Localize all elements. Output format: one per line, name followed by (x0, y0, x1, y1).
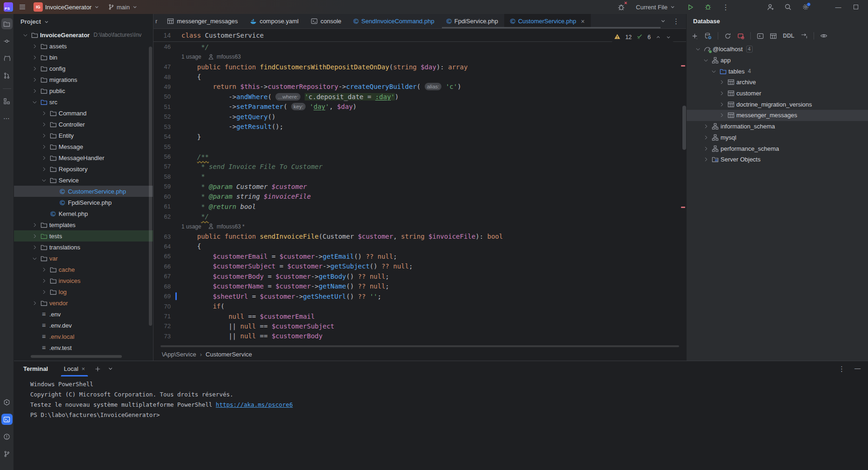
project-tree-item-MessageHandler[interactable]: MessageHandler (14, 152, 153, 163)
tabbar-scrollbar[interactable] (442, 27, 661, 28)
new-item-icon[interactable] (691, 33, 698, 40)
terminal-tab-local[interactable]: Local × (61, 361, 88, 376)
project-tree-item-cache[interactable]: cache (14, 264, 153, 275)
chevron-right-icon[interactable] (30, 233, 39, 239)
project-tree-item--env-dev[interactable]: ≡.env.dev (14, 320, 153, 331)
debugger-listen-icon[interactable] (616, 2, 626, 12)
terminal-link[interactable]: https://aka.ms/pscore6 (216, 401, 293, 408)
project-tree-item-Controller[interactable]: Controller (14, 119, 153, 130)
db-tree-item-messenger_messages[interactable]: messenger_messages (687, 110, 868, 121)
db-tree-item-app[interactable]: app (687, 55, 868, 66)
error-stripe-mark[interactable] (681, 207, 685, 208)
data-source-properties-icon[interactable] (704, 32, 712, 40)
code-vision-hint[interactable]: 1 usagemfouss63 * (154, 222, 686, 231)
tab-console[interactable]: console (305, 14, 347, 28)
hide-terminal-icon[interactable]: — (855, 365, 861, 373)
run-button[interactable] (686, 2, 695, 12)
project-horizontal-scrollbar[interactable] (31, 355, 122, 358)
project-tree-item-log[interactable]: log (14, 286, 153, 297)
ddl-button[interactable]: DDL (783, 33, 795, 39)
chevron-down-icon[interactable] (701, 57, 710, 63)
chevron-down-icon[interactable] (39, 177, 48, 183)
project-tree-item-invoices[interactable]: invoices (14, 275, 153, 286)
version-control-icon[interactable] (1, 448, 13, 459)
search-icon[interactable] (783, 2, 793, 12)
editor-vertical-scrollbar[interactable] (682, 106, 686, 150)
chevron-right-icon[interactable] (39, 166, 48, 172)
project-tree-item-public[interactable]: public (14, 85, 153, 96)
chevron-right-icon[interactable] (39, 289, 48, 295)
chevron-right-icon[interactable] (39, 267, 48, 273)
chevron-right-icon[interactable] (39, 278, 48, 284)
add-user-icon[interactable] (766, 2, 775, 12)
project-tree-item-FpdiService-php[interactable]: ©FpdiService.php (14, 197, 153, 208)
chevron-right-icon[interactable] (717, 79, 726, 85)
terminal-dropdown-icon[interactable] (107, 366, 114, 372)
prev-problem-icon[interactable] (655, 34, 661, 40)
chevron-right-icon[interactable] (30, 66, 39, 72)
terminal-options-icon[interactable]: ⋮ (838, 365, 845, 373)
tab-options-icon[interactable]: ⋮ (673, 17, 680, 26)
minimize-button[interactable]: — (834, 2, 843, 12)
maximize-button[interactable] (851, 2, 861, 12)
tab-messenger_messages[interactable]: messenger_messages (161, 14, 244, 28)
project-tree-item--env-test[interactable]: ≡.env.test (14, 342, 153, 353)
breadcrumb-namespace[interactable]: \App\Service (162, 351, 196, 358)
project-tree-item-templates[interactable]: templates (14, 219, 153, 230)
chevron-right-icon[interactable] (701, 134, 710, 141)
editor-horizontal-scrollbar[interactable] (160, 345, 679, 347)
error-stripe-mark[interactable] (681, 65, 685, 67)
db-tree-item--localhost[interactable]: @localhost4 (687, 44, 868, 55)
settings-gear-icon[interactable] (801, 2, 810, 12)
structure-icon[interactable] (1, 95, 13, 107)
problems-icon[interactable] (1, 431, 13, 442)
db-tree-item-Server-Objects[interactable]: Server Objects (687, 154, 868, 165)
code-vision-hint[interactable]: 1 usagemfouss63 (154, 52, 686, 61)
chevron-right-icon[interactable] (39, 133, 48, 139)
hamburger-menu-icon[interactable] (18, 2, 27, 12)
table-view-icon[interactable] (770, 33, 777, 40)
project-tree-item-src[interactable]: src (14, 96, 153, 107)
chevron-right-icon[interactable] (39, 110, 48, 116)
chevron-right-icon[interactable] (30, 222, 39, 228)
tab-compose-yaml[interactable]: compose.yaml (244, 14, 305, 28)
project-tree-item--env[interactable]: ≡.env (14, 309, 153, 320)
project-panel-header[interactable]: Project (14, 14, 153, 29)
run-configuration-select[interactable]: Current File (634, 3, 677, 12)
project-tree-item-Service[interactable]: Service (14, 175, 153, 186)
next-problem-icon[interactable] (666, 34, 671, 40)
db-tree-item-information_schema[interactable]: information_schema (687, 121, 868, 132)
refresh-icon[interactable] (724, 33, 731, 40)
chevron-down-icon[interactable] (30, 255, 39, 262)
chevron-right-icon[interactable] (30, 88, 39, 94)
debug-button[interactable] (703, 2, 713, 12)
tab-FpdiService-php[interactable]: ©FpdiService.php (441, 14, 504, 28)
github-cat-icon[interactable] (1, 53, 13, 64)
chevron-right-icon[interactable] (717, 112, 726, 118)
chevron-down-icon[interactable] (693, 46, 702, 52)
chevron-down-icon[interactable] (20, 32, 30, 38)
project-tree-item-vendor[interactable]: vendor (14, 297, 153, 309)
chevron-right-icon[interactable] (30, 244, 39, 250)
db-tree-item-doctrine_migration_versions[interactable]: doctrine_migration_versions (687, 99, 868, 110)
terminal-icon[interactable] (1, 414, 13, 425)
chevron-right-icon[interactable] (30, 54, 39, 60)
db-tree-item-mysql[interactable]: mysql (687, 132, 868, 143)
project-tree-item-tests[interactable]: tests (14, 230, 153, 242)
view-options-eye-icon[interactable] (820, 32, 828, 40)
query-console-icon[interactable] (757, 33, 764, 40)
project-tree-item-bin[interactable]: bin (14, 52, 153, 63)
commit-icon[interactable] (1, 35, 13, 47)
vcs-change-marker[interactable] (175, 292, 177, 300)
project-tree-item-migrations[interactable]: migrations (14, 74, 153, 85)
db-tree-item-customer[interactable]: customer (687, 88, 868, 99)
project-tree-item-var[interactable]: var (14, 253, 153, 264)
project-widget[interactable]: IG InvoiceGenerator (32, 1, 101, 13)
chevron-right-icon[interactable] (30, 43, 39, 49)
chevron-right-icon[interactable] (717, 90, 726, 96)
services-icon[interactable] (1, 396, 13, 408)
more-icon[interactable]: ⋯ (1, 113, 13, 124)
project-vertical-scrollbar[interactable] (149, 47, 152, 326)
new-terminal-icon[interactable] (94, 366, 101, 372)
tab-r[interactable]: r (154, 14, 161, 28)
